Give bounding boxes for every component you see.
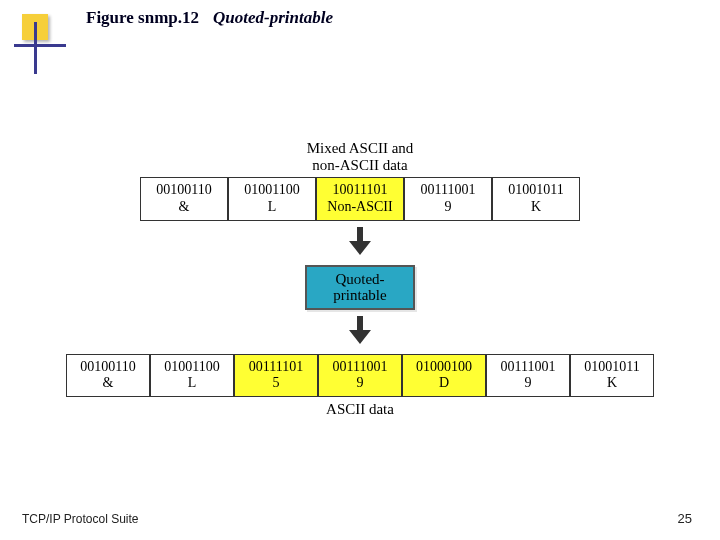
byte-symbol: & [149,199,219,216]
input-cell: 00100110 & [140,177,228,221]
byte-bits: 01000100 [411,359,477,376]
input-cell: 01001100 L [228,177,316,221]
input-cell: 00111001 9 [404,177,492,221]
byte-symbol: K [501,199,571,216]
byte-bits: 00100110 [149,182,219,199]
byte-bits: 00100110 [75,359,141,376]
input-cell: 01001011 K [492,177,580,221]
output-cell: 00111001 9 [486,354,570,398]
byte-bits: 00111001 [327,359,393,376]
input-byte-row: 00100110 & 01001100 L 10011101 Non-ASCII… [0,177,720,221]
page-number: 25 [678,511,692,526]
svg-marker-3 [349,330,371,344]
byte-symbol: K [579,375,645,392]
byte-bits: 10011101 [325,182,395,199]
byte-symbol: 9 [495,375,561,392]
byte-bits: 00111101 [243,359,309,376]
output-byte-row: 00100110 & 01001100 L 00111101 5 0011100… [0,354,720,398]
byte-bits: 01001100 [237,182,307,199]
arrow-down-icon [349,227,371,255]
figure-title: Quoted-printable [213,8,333,28]
svg-marker-1 [349,241,371,255]
arrow-down-1 [0,227,720,259]
process-label-line2: printable [333,287,386,303]
output-cell-encoded: 01000100 D [402,354,486,398]
byte-symbol: Non-ASCII [325,199,395,216]
output-cell: 01001100 L [150,354,234,398]
byte-bits: 01001011 [501,182,571,199]
byte-bits: 00111001 [495,359,561,376]
byte-symbol: & [75,375,141,392]
byte-symbol: D [411,375,477,392]
byte-bits: 01001011 [579,359,645,376]
input-cell-nonascii: 10011101 Non-ASCII [316,177,404,221]
input-caption: Mixed ASCII and non-ASCII data [0,140,720,173]
process-box: Quoted- printable [305,265,415,310]
input-caption-line2: non-ASCII data [312,157,407,173]
byte-symbol: 9 [327,375,393,392]
output-cell-encoded: 00111101 5 [234,354,318,398]
byte-symbol: 9 [413,199,483,216]
figure-header: Figure snmp.12 Quoted-printable [86,8,333,28]
figure-number: Figure snmp.12 [86,8,199,28]
output-cell: 01001011 K [570,354,654,398]
output-cell: 00100110 & [66,354,150,398]
process-label-line1: Quoted- [335,271,384,287]
bullet-horizontal-line [14,44,66,47]
byte-bits: 01001100 [159,359,225,376]
output-cell-encoded: 00111001 9 [318,354,402,398]
svg-rect-0 [357,227,363,241]
input-caption-line1: Mixed ASCII and [307,140,414,156]
byte-bits: 00111001 [413,182,483,199]
slide-bullet-decoration [14,14,52,74]
arrow-down-2 [0,316,720,348]
byte-symbol: 5 [243,375,309,392]
byte-symbol: L [159,375,225,392]
arrow-down-icon [349,316,371,344]
byte-symbol: L [237,199,307,216]
bullet-vertical-line [34,22,37,74]
quoted-printable-diagram: Mixed ASCII and non-ASCII data 00100110 … [0,140,720,418]
svg-rect-2 [357,316,363,330]
footer-source: TCP/IP Protocol Suite [22,512,139,526]
output-caption: ASCII data [0,401,720,418]
